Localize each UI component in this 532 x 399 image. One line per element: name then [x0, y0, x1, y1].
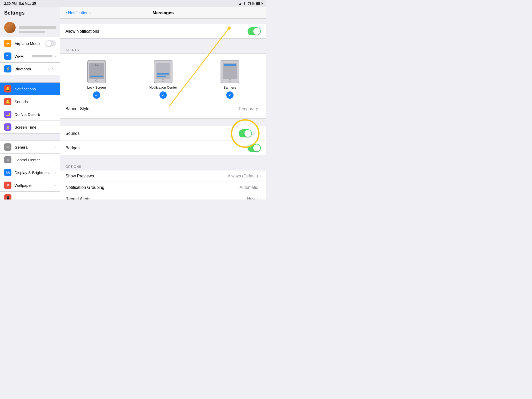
status-time: 2:30 PM — [4, 2, 17, 5]
battery-percent: 73% — [248, 2, 255, 5]
banners-checkmark: ✓ — [226, 91, 234, 99]
sidebar-profile[interactable] — [0, 18, 60, 37]
sidebar-item-label-wallpaper: Wallpaper — [15, 183, 55, 188]
sidebar-item-bluetooth[interactable]: ⚡ Bluetooth On › — [0, 63, 60, 75]
notif-grouping-value: Automatic — [240, 185, 258, 190]
sidebar-item-general[interactable]: ⚙ General › — [0, 141, 60, 154]
bluetooth-icon: ⚡ — [4, 65, 11, 72]
lock-screen-time: 9:41 — [89, 64, 104, 66]
controlcenter-icon: ⊞ — [4, 156, 11, 163]
wifi-setting-icon: 〜 — [4, 52, 11, 60]
sidebar-item-wallpaper[interactable]: ❋ Wallpaper › — [0, 179, 60, 192]
notif-grouping-label: Notification Grouping — [65, 185, 240, 190]
sidebar-item-sounds[interactable]: 🔔 Sounds — [0, 95, 60, 108]
wifi-chevron-icon: › — [55, 54, 56, 58]
sidebar-item-wifi[interactable]: 〜 Wi-Fi › — [0, 50, 60, 63]
show-previews-row[interactable]: Show Previews Always (Default) › — [60, 170, 266, 182]
sidebar-item-label-donotdisturb: Do Not Disturb — [15, 112, 56, 117]
alerts-section: 9:41 Lock Screen ✓ — [60, 54, 266, 119]
nc-bar2 — [157, 76, 166, 77]
show-previews-value: Always (Default) — [228, 174, 258, 178]
show-previews-chevron-icon: › — [260, 174, 261, 178]
notifcenter-checkmark: ✓ — [159, 91, 167, 99]
detail-title: Messages — [152, 10, 174, 16]
sidebar-item-controlcenter[interactable]: ⊞ Control Center › — [0, 154, 60, 166]
displaybrightness-icon: AA — [4, 169, 11, 176]
banner-bar — [224, 64, 236, 66]
location-icon: ⬆ — [243, 2, 246, 5]
lockscreen-device-icon: 9:41 — [87, 60, 106, 83]
sidebar-item-displaybrightness[interactable]: AA Display & Brightness › — [0, 166, 60, 179]
lock-screen-bar — [90, 76, 103, 77]
lockscreen-checkmark: ✓ — [93, 91, 100, 99]
sidebar-item-label-screentime: Screen Time — [15, 125, 56, 129]
sounds-controls: Note › — [230, 129, 261, 137]
more-icon: 📱 — [4, 194, 11, 200]
sounds-value: Note — [246, 131, 255, 136]
sounds-badges-group: Sounds Note › — [60, 126, 266, 155]
alerts-options: 9:41 Lock Screen ✓ — [60, 58, 266, 103]
banner-style-row[interactable]: Banner Style Temporary › — [60, 103, 266, 114]
general-chevron-icon: › — [55, 145, 56, 149]
banner-style-value: Temporary — [238, 107, 258, 111]
sounds-label: Sounds — [65, 131, 230, 136]
repeat-alerts-label: Repeat Alerts — [65, 197, 247, 200]
sidebar-item-label-airplane: Airplane Mode — [15, 41, 45, 46]
repeat-alerts-chevron-icon: › — [260, 197, 261, 200]
bluetooth-value: On — [48, 67, 54, 71]
badges-row: Badges — [60, 141, 266, 155]
wallpaper-icon: ❋ — [4, 182, 11, 189]
badges-label: Badges — [65, 146, 248, 150]
banner-style-chevron-icon: › — [260, 107, 261, 111]
sidebar-gap-1 — [0, 75, 60, 83]
sidebar-item-more[interactable]: 📱 — [0, 192, 60, 200]
status-bar-right: ▲ ⬆ 73% — [238, 2, 262, 5]
alert-option-banners[interactable]: Banners ✓ — [221, 60, 239, 99]
alert-option-notifcenter[interactable]: Notification Center ✓ — [149, 60, 177, 99]
repeat-alerts-row[interactable]: Repeat Alerts Never › — [60, 193, 266, 200]
sidebar-item-notifications[interactable]: 🔔 Notifications — [0, 83, 60, 95]
allow-notifications-row: Allow Notifications — [60, 24, 266, 38]
allow-notifications-label: Allow Notifications — [65, 29, 248, 34]
sounds-chevron-icon: › — [260, 131, 261, 136]
allow-notifications-toggle[interactable] — [248, 27, 261, 35]
banners-device-icon — [221, 60, 239, 83]
displaybrightness-chevron-icon: › — [55, 170, 56, 175]
app-container: Settings ✈ Airplane Mode 〜 Wi-Fi › — [0, 7, 266, 200]
device-home-button — [95, 79, 98, 82]
airplane-mode-toggle[interactable] — [45, 40, 56, 46]
back-button[interactable]: ‹ Notifications — [65, 10, 91, 16]
sounds-setting-icon: 🔔 — [4, 98, 11, 105]
sidebar-item-airplane[interactable]: ✈ Airplane Mode — [0, 37, 60, 50]
notif-grouping-row[interactable]: Notification Grouping Automatic › — [60, 182, 266, 193]
status-bar: 2:30 PM Sat May 25 ▲ ⬆ 73% — [0, 0, 266, 7]
avatar — [4, 22, 16, 33]
allow-notifications-group: Allow Notifications — [60, 24, 266, 39]
alert-option-lockscreen[interactable]: 9:41 Lock Screen ✓ — [87, 60, 106, 99]
sidebar-item-screentime[interactable]: ⏳ Screen Time — [0, 121, 60, 134]
donotdisturb-icon: 🌙 — [4, 111, 11, 118]
alerts-section-label: ALERTS — [60, 46, 266, 54]
back-label: Notifications — [68, 11, 91, 15]
nc-bar1 — [157, 73, 169, 75]
detail-body: Allow Notifications ALERTS 9:41 — [60, 19, 266, 200]
sounds-row: Sounds Note › — [60, 126, 266, 141]
nc-home-button — [162, 79, 164, 82]
sidebar-item-donotdisturb[interactable]: 🌙 Do Not Disturb — [0, 108, 60, 121]
options-section-label: OPTIONS — [60, 163, 266, 170]
general-icon: ⚙ — [4, 143, 11, 151]
sidebar: Settings ✈ Airplane Mode 〜 Wi-Fi › — [0, 7, 60, 200]
airplane-mode-icon: ✈ — [4, 40, 11, 47]
sidebar-gap-2 — [0, 134, 60, 141]
banners-label: Banners — [223, 85, 236, 89]
sidebar-item-label-bluetooth: Bluetooth — [15, 67, 48, 71]
sidebar-item-label-notifications: Notifications — [15, 87, 56, 91]
detail-header: ‹ Notifications Messages — [60, 7, 266, 19]
sidebar-title: Settings — [4, 10, 25, 16]
banners-home-button — [229, 79, 231, 82]
repeat-alerts-value: Never — [247, 197, 258, 200]
badges-toggle[interactable] — [248, 144, 261, 152]
sidebar-item-label-sounds: Sounds — [15, 99, 56, 104]
wifi-icon: ▲ — [238, 2, 242, 5]
status-bar-left: 2:30 PM Sat May 25 — [4, 2, 36, 5]
